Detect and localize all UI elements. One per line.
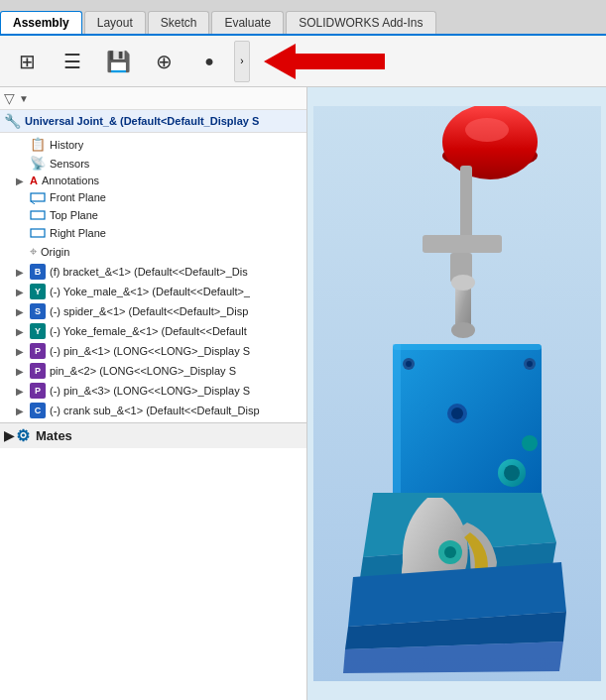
spider-item[interactable]: ▶ S (-) spider_&<1> (Default<<Default>_D…	[0, 301, 306, 321]
filter-icon: ▽	[4, 90, 15, 106]
yoke-female-item[interactable]: ▶ Y (-) Yoke_female_&<1> (Default<<Defau…	[0, 321, 306, 341]
save-button[interactable]: 💾	[97, 41, 139, 82]
right-plane-icon	[30, 226, 46, 240]
toolbar: ⊞ ☰ 💾 ⊕ ● ›	[0, 36, 606, 87]
appearance-icon: ●	[204, 54, 214, 69]
tab-bar: Assembly Layout Sketch Evaluate SOLIDWOR…	[0, 0, 606, 36]
history-item[interactable]: 📋 History	[0, 135, 306, 154]
view-selector-icon: ⊞	[19, 52, 36, 71]
origin-item[interactable]: ⌖ Origin	[0, 242, 306, 262]
mates-item[interactable]: ▶ ⚙ Mates	[0, 422, 306, 448]
top-plane-label: Top Plane	[50, 209, 98, 221]
yoke-female-icon: Y	[30, 323, 46, 339]
annotations-item[interactable]: ▶ A Annotations	[0, 173, 306, 188]
arrow-head	[264, 44, 296, 79]
pin2-item[interactable]: ▶ P pin_&<2> (LONG<<LONG>_Display S	[0, 361, 306, 381]
annotations-icon: A	[30, 175, 38, 186]
pin2-label: pin_&<2> (LONG<<LONG>_Display S	[50, 365, 236, 377]
bracket-item[interactable]: ▶ B (f) bracket_&<1> (Default<<Default>_…	[0, 262, 306, 282]
origin-label: Origin	[41, 246, 69, 258]
yoke-male-item[interactable]: ▶ Y (-) Yoke_male_&<1> (Default<<Default…	[0, 282, 306, 301]
arrow-shaft	[296, 54, 385, 69]
tab-evaluate[interactable]: Evaluate	[211, 11, 284, 34]
view-selector-button[interactable]: ⊞	[6, 41, 48, 82]
filter-bar: ▽ ▼	[0, 87, 306, 110]
svg-point-26	[444, 546, 456, 558]
right-plane-item[interactable]: Right Plane	[0, 224, 306, 242]
annotations-label: Annotations	[42, 175, 99, 186]
svg-point-8	[465, 118, 509, 142]
yoke-male-icon: Y	[30, 284, 46, 299]
origin-icon: ⌖	[30, 244, 37, 260]
svg-rect-4	[31, 229, 45, 237]
svg-rect-10	[423, 235, 502, 253]
red-arrow	[264, 44, 385, 79]
spider-icon: S	[30, 303, 46, 319]
options-icon: ☰	[63, 52, 81, 71]
main-area: ▽ ▼ 🔧 Universal Joint_& (Default<Default…	[0, 87, 606, 700]
toolbar-expand-button[interactable]: ›	[234, 41, 250, 82]
feature-tree-panel: ▽ ▼ 🔧 Universal Joint_& (Default<Default…	[0, 87, 307, 700]
yoke-male-label: (-) Yoke_male_&<1> (Default<<Default>_	[50, 286, 250, 297]
tab-sketch[interactable]: Sketch	[148, 11, 210, 34]
top-plane-icon	[30, 208, 46, 222]
svg-point-33	[527, 361, 533, 367]
tab-addins[interactable]: SOLIDWORKS Add-Ins	[286, 11, 435, 34]
tab-assembly[interactable]: Assembly	[0, 11, 82, 34]
svg-point-31	[406, 361, 412, 367]
pin1-item[interactable]: ▶ P (-) pin_&<1> (LONG<<LONG>_Display S	[0, 341, 306, 361]
sensors-item[interactable]: 📡 Sensors	[0, 154, 306, 173]
history-label: History	[50, 139, 83, 151]
spider-label: (-) spider_&<1> (Default<<Default>_Disp	[50, 305, 248, 317]
model-area	[307, 87, 606, 700]
svg-rect-17	[393, 344, 401, 503]
viewport-panel[interactable]	[307, 87, 606, 700]
feature-tree: 📋 History 📡 Sensors ▶ A Annotations	[0, 133, 306, 422]
front-plane-label: Front Plane	[50, 191, 106, 203]
filter-dropdown[interactable]: ▼	[19, 93, 29, 104]
arrow-area	[254, 44, 600, 79]
appearance-button[interactable]: ●	[188, 41, 230, 82]
right-plane-label: Right Plane	[50, 227, 106, 239]
history-icon: 📋	[30, 137, 46, 152]
sensors-label: Sensors	[50, 158, 89, 170]
pin2-icon: P	[30, 363, 46, 379]
crank-label: (-) crank sub_&<1> (Default<<Default_Dis…	[50, 405, 260, 416]
svg-point-14	[451, 322, 475, 338]
options-button[interactable]: ☰	[52, 41, 93, 82]
sensors-icon: 📡	[30, 156, 46, 171]
crank-item[interactable]: ▶ C (-) crank sub_&<1> (Default<<Default…	[0, 401, 306, 420]
mates-icon: ⚙	[16, 426, 30, 445]
tab-layout[interactable]: Layout	[84, 11, 146, 34]
pin3-label: (-) pin_&<3> (LONG<<LONG>_Display S	[50, 385, 250, 397]
svg-point-13	[451, 275, 475, 291]
3d-model-svg	[313, 106, 601, 681]
svg-rect-16	[393, 344, 542, 350]
mates-label: Mates	[36, 428, 72, 443]
bracket-icon: B	[30, 264, 46, 280]
crank-icon: C	[30, 403, 46, 418]
root-label: Universal Joint_& (Default<Default_Displ…	[25, 115, 259, 127]
save-icon: 💾	[106, 52, 131, 71]
svg-point-7	[442, 106, 538, 179]
front-plane-icon	[30, 190, 46, 204]
svg-point-19	[451, 408, 463, 419]
svg-rect-0	[31, 193, 45, 201]
svg-rect-9	[460, 166, 472, 245]
pin3-icon: P	[30, 383, 46, 399]
assembly-icon: 🔧	[4, 113, 21, 129]
pin3-item[interactable]: ▶ P (-) pin_&<3> (LONG<<LONG>_Display S	[0, 381, 306, 401]
target-icon: ⊕	[156, 52, 173, 71]
pin1-label: (-) pin_&<1> (LONG<<LONG>_Display S	[50, 345, 250, 357]
yoke-female-label: (-) Yoke_female_&<1> (Default<<Default	[50, 325, 247, 337]
target-button[interactable]: ⊕	[143, 41, 184, 82]
pin1-icon: P	[30, 343, 46, 359]
front-plane-item[interactable]: Front Plane	[0, 188, 306, 206]
top-plane-item[interactable]: Top Plane	[0, 206, 306, 224]
svg-point-22	[522, 435, 538, 451]
svg-point-21	[504, 465, 520, 481]
bracket-label: (f) bracket_&<1> (Default<<Default>_Dis	[50, 266, 248, 278]
svg-rect-3	[31, 211, 45, 219]
tree-root[interactable]: 🔧 Universal Joint_& (Default<Default_Dis…	[0, 110, 306, 133]
